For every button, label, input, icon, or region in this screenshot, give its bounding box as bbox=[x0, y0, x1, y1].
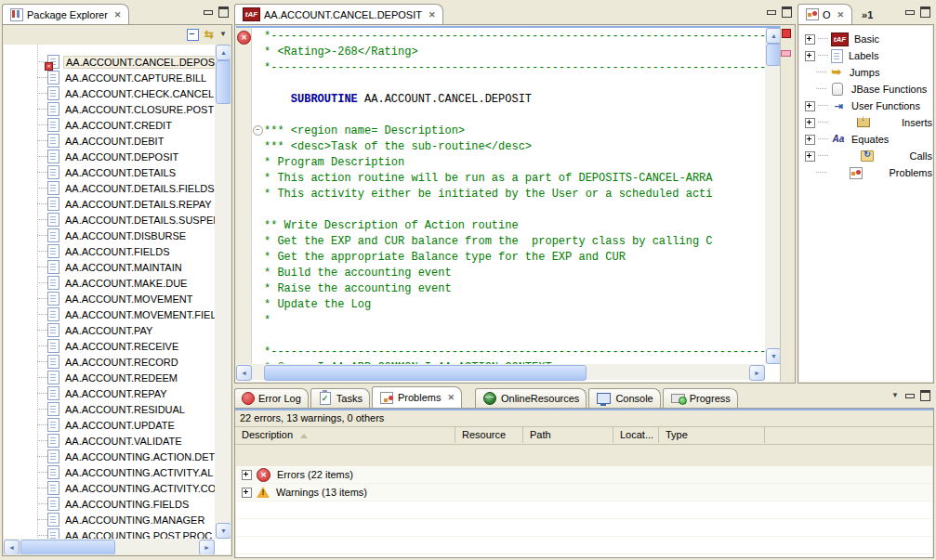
tab-error-log[interactable]: Error Log bbox=[234, 388, 309, 408]
tree-item[interactable]: AA.ACCOUNTING.ACTION.DET bbox=[4, 449, 231, 464]
tree-item[interactable]: AA.ACCOUNTING.MANAGER bbox=[4, 512, 231, 527]
scroll-down-icon[interactable]: ▼ bbox=[216, 523, 231, 539]
tree-item[interactable]: AA.ACCOUNTING.FIELDS bbox=[4, 496, 231, 512]
view-menu-icon[interactable]: ▼ bbox=[891, 392, 899, 399]
maximize-icon[interactable] bbox=[920, 390, 930, 401]
code-line: * Program Description bbox=[252, 154, 765, 170]
tree-item[interactable]: AA.ACCOUNT.DETAILS bbox=[4, 164, 231, 180]
tab-progress[interactable]: Progress bbox=[663, 388, 738, 408]
outline-item-basic[interactable]: tAFBasic bbox=[799, 31, 932, 47]
maximize-icon[interactable] bbox=[782, 7, 792, 18]
tree-horizontal-scrollbar[interactable]: ◄ ► bbox=[4, 539, 215, 554]
close-icon[interactable]: ✕ bbox=[837, 10, 845, 20]
tree-item[interactable]: AA.ACCOUNT.DEBIT bbox=[4, 133, 231, 149]
column-header-path[interactable]: Path bbox=[523, 427, 613, 443]
outline-item-inserts[interactable]: Inserts bbox=[799, 114, 932, 131]
tree-item[interactable]: AA.ACCOUNTING.ACTIVITY.AL bbox=[4, 464, 231, 480]
scroll-left-icon[interactable]: ◄ bbox=[236, 365, 252, 381]
tree-item[interactable]: AA.ACCOUNT.MOVEMENT bbox=[4, 291, 231, 306]
column-header-locat-[interactable]: Locat... bbox=[613, 427, 659, 443]
overview-ruler[interactable] bbox=[780, 26, 794, 382]
tree-item[interactable]: AA.ACCOUNT.DETAILS.REPAY bbox=[4, 196, 231, 212]
close-icon[interactable]: ✕ bbox=[428, 10, 436, 20]
maximize-icon[interactable] bbox=[218, 7, 229, 18]
overview-error-marker[interactable] bbox=[782, 29, 791, 38]
minimize-icon[interactable] bbox=[204, 8, 212, 17]
error-marker-icon[interactable]: ✕ bbox=[237, 31, 251, 45]
tree-item[interactable]: AA.ACCOUNT.MOVEMENT.FIELD bbox=[4, 306, 231, 322]
expand-plus-icon[interactable] bbox=[805, 51, 815, 61]
outline-item-jbase-functions[interactable]: JBase Functions bbox=[799, 81, 932, 98]
tree-vertical-scrollbar[interactable]: ▲ ▼ bbox=[215, 45, 231, 539]
expand-plus-icon[interactable] bbox=[242, 470, 252, 480]
expand-plus-icon[interactable] bbox=[805, 118, 815, 128]
minimize-icon[interactable] bbox=[905, 8, 914, 17]
tree-item[interactable]: AA.ACCOUNT.REPAY bbox=[4, 385, 231, 401]
tree-item[interactable]: AA.ACCOUNT.MAINTAIN bbox=[4, 259, 231, 275]
maximize-icon[interactable] bbox=[920, 7, 930, 18]
tree-item[interactable]: AA.ACCOUNT.CREDIT bbox=[4, 117, 231, 133]
expand-plus-icon[interactable] bbox=[805, 135, 815, 145]
scrollbar-thumb[interactable] bbox=[20, 540, 115, 554]
expand-plus-icon[interactable] bbox=[805, 101, 815, 111]
problems-group-row[interactable]: ✕Errors (22 items) bbox=[236, 466, 932, 484]
column-header-resource[interactable]: Resource bbox=[455, 427, 523, 443]
tree-item[interactable]: AA.ACCOUNT.FIELDS bbox=[4, 243, 231, 259]
tree-item[interactable]: AA.ACCOUNT.RECEIVE bbox=[4, 338, 231, 354]
tab-onlineresources[interactable]: OnlineResources bbox=[475, 388, 587, 408]
problems-group-row[interactable]: Warnings (13 items) bbox=[236, 484, 932, 501]
editor-vertical-scrollbar[interactable]: ▲ ▼ bbox=[765, 28, 781, 364]
tab-console[interactable]: Console bbox=[588, 388, 660, 408]
package-explorer-tab[interactable]: Package Explorer ✕ bbox=[2, 4, 129, 24]
expand-plus-icon[interactable] bbox=[805, 151, 815, 162]
outline-item-user-functions[interactable]: ⇥User Functions bbox=[799, 98, 932, 114]
tree-item[interactable]: AA.ACCOUNT.CANCEL.DEPOSIT bbox=[4, 54, 231, 70]
minimize-icon[interactable] bbox=[767, 8, 775, 17]
column-header-type[interactable]: Type bbox=[659, 427, 765, 443]
tree-item[interactable]: AA.ACCOUNT.PAY bbox=[4, 322, 231, 338]
outline-item-calls[interactable]: Calls bbox=[799, 148, 932, 164]
minimize-icon[interactable] bbox=[905, 392, 914, 400]
fold-collapse-icon[interactable] bbox=[252, 123, 264, 138]
scrollbar-thumb[interactable] bbox=[216, 60, 231, 104]
outline-item-problems[interactable]: Problems bbox=[799, 164, 932, 181]
editor-horizontal-scrollbar[interactable]: ◄ ► bbox=[236, 364, 765, 380]
overview-annotation-marker[interactable] bbox=[781, 50, 791, 57]
tree-item[interactable]: AA.ACCOUNT.DEPOSIT bbox=[4, 149, 231, 164]
link-with-editor-icon[interactable]: ⇆ bbox=[204, 30, 214, 40]
tree-item[interactable]: AA.ACCOUNT.REDEEM bbox=[4, 370, 231, 385]
outline-item-labels[interactable]: Labels bbox=[799, 47, 932, 64]
column-header-description[interactable]: Description bbox=[235, 427, 455, 443]
tree-item[interactable]: AA.ACCOUNT.CAPTURE.BILL bbox=[4, 70, 231, 85]
tab-problems[interactable]: Problems✕ bbox=[372, 386, 462, 408]
scroll-right-icon[interactable]: ► bbox=[199, 540, 215, 554]
editor-tab[interactable]: tAF AA.ACCOUNT.CANCEL.DEPOSIT ✕ bbox=[234, 4, 443, 24]
scroll-right-icon[interactable]: ► bbox=[749, 365, 765, 381]
expand-plus-icon[interactable] bbox=[242, 488, 252, 498]
collapse-all-icon[interactable] bbox=[187, 29, 199, 41]
scroll-left-icon[interactable]: ◄ bbox=[4, 540, 20, 554]
tree-item[interactable]: AA.ACCOUNT.DETAILS.SUSPEN bbox=[4, 212, 231, 228]
outline-item-jumps[interactable]: ➥Jumps bbox=[799, 64, 932, 81]
tree-item[interactable]: AA.ACCOUNT.CHECK.CANCEL bbox=[4, 85, 231, 101]
hidden-tabs-chevron[interactable]: »1 bbox=[862, 9, 873, 24]
scrollbar-thumb[interactable] bbox=[264, 365, 587, 381]
expand-plus-icon[interactable] bbox=[805, 34, 815, 45]
tree-item[interactable]: AA.ACCOUNT.DISBURSE bbox=[4, 228, 231, 243]
outline-item-equates[interactable]: AaEquates bbox=[799, 131, 932, 148]
close-icon[interactable]: ✕ bbox=[447, 393, 455, 402]
tree-item[interactable]: AA.ACCOUNT.MAKE.DUE bbox=[4, 275, 231, 291]
close-icon[interactable]: ✕ bbox=[114, 10, 122, 20]
outline-tab[interactable]: O ✕ bbox=[798, 4, 852, 24]
tab-tasks[interactable]: Tasks bbox=[310, 388, 370, 408]
tree-item[interactable]: AA.ACCOUNT.CLOSURE.POST bbox=[4, 101, 231, 117]
tree-item[interactable]: AA.ACCOUNT.RESIDUAL bbox=[4, 401, 231, 417]
view-menu-icon[interactable]: ▼ bbox=[219, 31, 227, 38]
code-area[interactable]: *---------------------------------------… bbox=[252, 28, 765, 364]
tree-item[interactable]: AA.ACCOUNT.DETAILS.FIELDS bbox=[4, 180, 231, 196]
tree-item[interactable]: AA.ACCOUNT.VALIDATE bbox=[4, 433, 231, 449]
tree-item[interactable]: AA.ACCOUNTING.ACTIVITY.CO bbox=[4, 480, 231, 496]
tree-item[interactable]: AA.ACCOUNT.UPDATE bbox=[4, 417, 231, 433]
tree-item[interactable]: AA.ACCOUNT.RECORD bbox=[4, 354, 231, 370]
scroll-up-icon[interactable]: ▲ bbox=[216, 45, 231, 60]
